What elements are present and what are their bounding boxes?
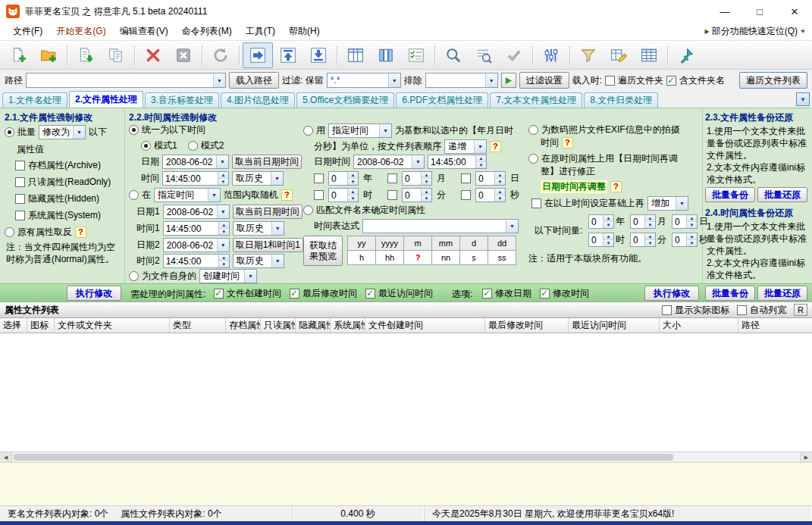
execute-time-modify-button[interactable]: 执行修改: [644, 286, 699, 301]
invert-attrs-radio[interactable]: [5, 227, 14, 237]
add-year-spinner[interactable]: 0▲▼: [588, 214, 614, 229]
column-header-modified[interactable]: 最后修改时间: [485, 318, 569, 333]
move-right-button[interactable]: [243, 42, 273, 68]
tab-office-summary[interactable]: 5.Office文档摘要处理: [296, 92, 394, 108]
apply-filter-button[interactable]: [501, 73, 516, 88]
year-step-checkbox[interactable]: [314, 173, 324, 183]
column-grid-button[interactable]: [340, 42, 371, 68]
match-filename-radio[interactable]: [303, 205, 313, 215]
hour-step-checkbox[interactable]: [314, 190, 324, 200]
add-hour-spinner[interactable]: 0▲▼: [588, 233, 614, 247]
time-restore-button[interactable]: 批量还原: [757, 286, 807, 301]
column-header-type[interactable]: 类型: [170, 318, 226, 333]
mode1-radio[interactable]: [141, 141, 151, 151]
spec-time-combo[interactable]: 指定时间▼: [154, 188, 221, 202]
take-history-combo[interactable]: 取历史▼: [233, 254, 284, 268]
second-step-checkbox[interactable]: [461, 190, 471, 200]
take-current-datetime-button[interactable]: 取当前日期时间: [233, 205, 303, 219]
minimize-button[interactable]: —: [707, 0, 742, 23]
load-path-button[interactable]: 载入路径: [229, 72, 279, 89]
take-current-datetime-button[interactable]: 取当前日期时间: [232, 155, 302, 169]
menu-start-rename[interactable]: 开始更名(G): [49, 23, 112, 39]
year-step-spinner[interactable]: 0▲▼: [328, 171, 359, 186]
tab-file-classify[interactable]: 8.文件归类处理: [584, 92, 658, 108]
day-step-spinner[interactable]: 0▲▼: [475, 171, 506, 186]
filter-funnel-button[interactable]: [573, 42, 604, 68]
close-button[interactable]: ✕: [777, 0, 812, 23]
hour-step-spinner[interactable]: 0▲▼: [328, 188, 359, 202]
time1-spinner[interactable]: 14:45:00▲▼: [163, 221, 230, 236]
traverse-folders-checkbox[interactable]: 遍历文件夹: [605, 74, 663, 87]
unify-time-radio[interactable]: [129, 125, 139, 135]
exclude-filter-combo[interactable]: ▼: [425, 73, 498, 88]
column-header-file[interactable]: 文件或文件夹: [55, 318, 170, 333]
show-real-icons-checkbox[interactable]: 显示实际图标: [662, 304, 729, 317]
mode2-radio[interactable]: [188, 141, 198, 151]
tab-music-tags[interactable]: 3.音乐标签处理: [145, 92, 219, 108]
table-view-button[interactable]: [634, 42, 664, 68]
attr-backup-button[interactable]: 批量备份: [705, 187, 755, 202]
menu-help[interactable]: 帮助(H): [282, 23, 327, 39]
tab-image-info[interactable]: 4.图片信息处理: [221, 92, 295, 108]
batch-modify-radio[interactable]: [5, 127, 14, 137]
base-date-picker[interactable]: 2008-06-02▼: [353, 155, 425, 169]
copy-list-button[interactable]: [101, 42, 131, 68]
file-own-time-radio[interactable]: [129, 271, 139, 281]
random-range-radio[interactable]: [129, 190, 139, 200]
column-header-readonly[interactable]: 只读属性: [261, 318, 296, 333]
column-header-accessed[interactable]: 最近访问时间: [569, 318, 660, 333]
need-modify-time-checkbox[interactable]: 最后修改时间: [290, 287, 357, 300]
date1-picker[interactable]: 2008-06-02▼: [163, 205, 230, 219]
menu-file[interactable]: 文件(F): [6, 23, 49, 39]
import-list-button[interactable]: [71, 42, 101, 68]
get-preview-button[interactable]: 获取结果预览: [303, 236, 343, 266]
own-time-type-combo[interactable]: 创建时间▼: [199, 269, 257, 283]
date2-picker[interactable]: 2008-06-02▼: [163, 238, 230, 252]
include-folder-name-checkbox[interactable]: 含文件夹名: [666, 74, 725, 87]
horizontal-scrollbar[interactable]: ◀ ▶: [0, 452, 812, 462]
move-bottom-button[interactable]: [303, 42, 334, 68]
need-create-time-checkbox[interactable]: 文件创建时间: [214, 287, 281, 300]
take-history-combo[interactable]: 取历史▼: [232, 171, 284, 186]
exif-time-radio[interactable]: [528, 125, 538, 135]
edit-table-button[interactable]: [604, 42, 634, 68]
delete-button[interactable]: [138, 42, 168, 68]
system-checkbox[interactable]: [15, 211, 25, 220]
add-folder-button[interactable]: [33, 42, 64, 68]
delete-all-button[interactable]: [168, 42, 199, 68]
apply-check-button[interactable]: [499, 42, 529, 68]
filter-settings-button[interactable]: 过滤设置: [519, 72, 569, 89]
need-access-time-checkbox[interactable]: 最近访问时间: [365, 287, 433, 300]
base-add-checkbox[interactable]: [531, 198, 541, 208]
add-file-button[interactable]: [3, 42, 33, 68]
reset-columns-button[interactable]: R: [794, 304, 807, 316]
date-picker[interactable]: 2008-06-02▼: [162, 155, 229, 169]
tab-overflow-button[interactable]: ▼: [796, 92, 810, 106]
move-top-button[interactable]: [273, 42, 303, 68]
checklist-button[interactable]: [401, 42, 431, 68]
tab-pdf-attributes[interactable]: 6.PDF文档属性处理: [396, 92, 488, 108]
time2-spinner[interactable]: 14:45:00▲▼: [163, 254, 230, 268]
scrollbar-thumb[interactable]: [14, 454, 673, 461]
minute-step-spinner[interactable]: 0▲▼: [402, 188, 432, 202]
base-increment-radio[interactable]: [303, 126, 313, 136]
tab-text-attributes[interactable]: 7.文本文件属性处理: [490, 92, 582, 108]
modify-date-checkbox[interactable]: 修改日期: [482, 287, 531, 300]
column-header-system[interactable]: 系统属性: [331, 318, 365, 333]
day-step-checkbox[interactable]: [461, 173, 471, 183]
add-second-spinner[interactable]: 0▲▼: [672, 233, 698, 247]
column-header-path[interactable]: 路径: [738, 318, 812, 333]
spinner-arrows-icon[interactable]: ▲▼: [475, 155, 486, 168]
refresh-button[interactable]: [205, 42, 236, 68]
month-step-checkbox[interactable]: [387, 173, 397, 183]
readonly-checkbox[interactable]: [15, 177, 25, 187]
time-spinner[interactable]: 14:45:00▲▼: [162, 171, 229, 186]
execute-attr-modify-button[interactable]: 执行修改: [67, 286, 121, 301]
increase-combo[interactable]: 递增▼: [444, 139, 487, 154]
help-icon[interactable]: ?: [562, 137, 573, 148]
add-mode-combo[interactable]: 增加▼: [647, 196, 688, 211]
column-header-hidden[interactable]: 隐藏属性: [296, 318, 331, 333]
add-minute-spinner[interactable]: 0▲▼: [630, 233, 656, 247]
spinner-arrows-icon[interactable]: ▲▼: [218, 172, 228, 185]
column-header-size[interactable]: 大小: [660, 318, 738, 333]
